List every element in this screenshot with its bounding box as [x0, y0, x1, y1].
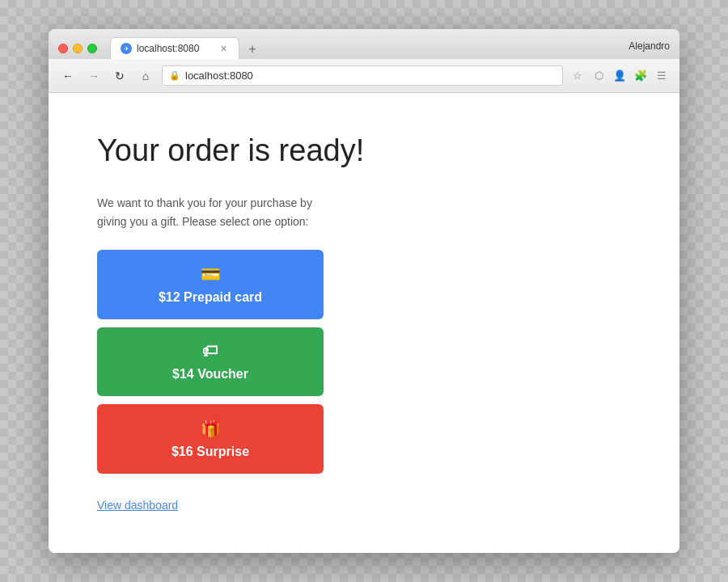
voucher-label: $14 Voucher — [172, 367, 248, 382]
prepaid-card-icon: 💳 — [201, 264, 221, 284]
refresh-button[interactable]: ↻ — [110, 66, 129, 86]
extension-icon[interactable]: 🧩 — [633, 68, 649, 84]
prepaid-card-button[interactable]: 💳 $12 Prepaid card — [97, 250, 324, 319]
profile-icon[interactable]: 👤 — [612, 68, 628, 84]
new-tab-button[interactable]: + — [243, 40, 262, 59]
title-bar: localhost:8080 ✕ + Alejandro — [49, 29, 679, 59]
browser-window: localhost:8080 ✕ + Alejandro ← → ↻ ⌂ 🔒 l… — [49, 29, 679, 553]
surprise-label: $16 Surprise — [171, 445, 249, 459]
prepaid-card-label: $12 Prepaid card — [159, 290, 262, 305]
gift-options: 💳 $12 Prepaid card 🏷 $14 Voucher 🎁 $16 S… — [97, 250, 631, 474]
surprise-icon: 🎁 — [201, 419, 221, 438]
menu-icon[interactable]: ☰ — [654, 68, 670, 84]
page-content: Your order is ready! We want to thank yo… — [49, 93, 679, 553]
page-title: Your order is ready! — [97, 133, 631, 168]
close-button[interactable] — [58, 44, 68, 53]
maximize-button[interactable] — [87, 44, 97, 53]
minimize-button[interactable] — [73, 44, 83, 53]
home-button[interactable]: ⌂ — [136, 66, 155, 86]
tab-favicon-icon — [121, 43, 132, 54]
toolbar: ← → ↻ ⌂ 🔒 localhost:8080 ☆ ⬡ 👤 🧩 ☰ — [49, 59, 679, 93]
toolbar-icons: ☆ ⬡ 👤 🧩 ☰ — [569, 68, 670, 84]
active-tab[interactable]: localhost:8080 ✕ — [110, 37, 239, 59]
address-bar[interactable]: 🔒 localhost:8080 — [162, 65, 563, 86]
voucher-button[interactable]: 🏷 $14 Voucher — [97, 327, 324, 396]
tab-area: localhost:8080 ✕ + — [110, 37, 622, 59]
address-lock-icon: 🔒 — [169, 70, 180, 81]
traffic-lights — [58, 44, 97, 53]
back-button[interactable]: ← — [58, 66, 78, 86]
user-name: Alejandro — [629, 40, 670, 57]
view-dashboard-link[interactable]: View dashboard — [97, 499, 178, 512]
address-text: localhost:8080 — [185, 70, 556, 82]
cast-icon[interactable]: ⬡ — [590, 68, 607, 84]
tab-title: localhost:8080 — [137, 43, 213, 54]
bookmark-icon[interactable]: ☆ — [569, 68, 586, 84]
forward-button[interactable]: → — [84, 66, 104, 86]
page-description: We want to thank you for your purchase b… — [97, 194, 324, 230]
surprise-button[interactable]: 🎁 $16 Surprise — [97, 404, 324, 474]
voucher-icon: 🏷 — [202, 342, 218, 361]
tab-close-icon[interactable]: ✕ — [218, 43, 229, 54]
